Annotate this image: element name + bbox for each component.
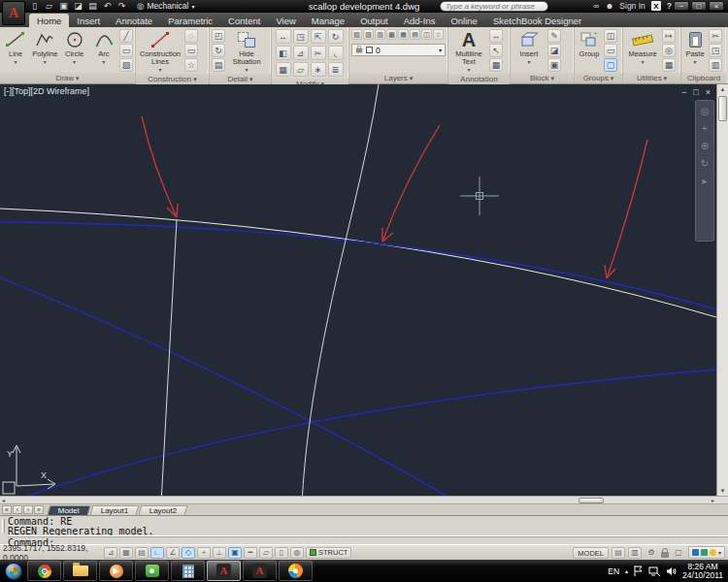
id-point-icon[interactable]: ◎: [662, 44, 676, 57]
drawing-canvas[interactable]: Y X: [0, 84, 716, 496]
panel-label-utilities[interactable]: Utilities: [623, 73, 680, 83]
group-bbox-icon[interactable]: ▢: [604, 58, 617, 72]
taskbar-media-player-button[interactable]: ▶: [99, 561, 133, 581]
prev-tab-icon[interactable]: ‹: [13, 505, 22, 514]
start-button[interactable]: [2, 562, 25, 581]
scroll-left-icon[interactable]: ◂: [2, 497, 5, 504]
autoscale-icon[interactable]: [701, 549, 708, 556]
panel-label-block[interactable]: Block: [511, 73, 574, 83]
tab-online[interactable]: Online: [443, 14, 484, 27]
white-line-vertical-right[interactable]: [302, 84, 379, 496]
layer-select[interactable]: 0 ▾: [351, 44, 446, 56]
blue-arc-lower-left[interactable]: [0, 277, 447, 496]
blue-arc-lower-right[interactable]: [29, 370, 716, 496]
tab-sketchbook-designer[interactable]: SketchBook Designer: [485, 14, 589, 27]
layer-isolate-icon[interactable]: ▥: [375, 29, 385, 40]
measure-button[interactable]: Measure: [625, 29, 660, 66]
draw-rect-mini-icon[interactable]: ▭: [119, 44, 133, 57]
vertical-scroll-thumb[interactable]: [718, 96, 727, 121]
tab-annotate[interactable]: Annotate: [108, 14, 160, 27]
block-edit-icon[interactable]: ✎: [547, 29, 561, 43]
match-properties-icon[interactable]: ▥: [709, 58, 722, 72]
blue-arc-upper[interactable]: [0, 222, 716, 309]
snap-mode-toggle[interactable]: ▦: [119, 547, 133, 559]
panel-label-layers[interactable]: Layers: [349, 73, 447, 83]
layer-match-icon[interactable]: ▤: [410, 29, 420, 40]
white-arc-main[interactable]: [0, 209, 716, 317]
viewport-controls-label[interactable]: [-][Top][2D Wireframe]: [4, 86, 89, 96]
group-edit-icon[interactable]: ▭: [604, 44, 617, 57]
construction-lines-button[interactable]: Construction Lines: [138, 29, 182, 74]
layer-off-icon[interactable]: ▨: [363, 29, 374, 40]
last-tab-icon[interactable]: »: [34, 505, 44, 514]
panel-label-annotation[interactable]: Annotation: [448, 74, 510, 84]
vertical-scrollbar[interactable]: ▴ ▾: [716, 84, 728, 496]
explode-icon[interactable]: ∗: [311, 62, 326, 77]
tab-home[interactable]: Home: [29, 14, 69, 27]
search-input[interactable]: [440, 1, 548, 12]
trim-icon[interactable]: ✂: [311, 46, 326, 60]
object-snap-toggle[interactable]: ◇: [182, 547, 195, 559]
insert-block-button[interactable]: Insert: [513, 29, 546, 66]
toolbar-lock-icon[interactable]: [661, 552, 669, 558]
workspace-gear-icon[interactable]: ⚙: [645, 547, 658, 559]
detail-update-icon[interactable]: ↻: [212, 44, 225, 57]
drawing-viewport[interactable]: Y X [-][Top][2D Wireframe] − □ × ◎+⊕↻▸ ▴…: [0, 84, 728, 496]
cut-icon[interactable]: ✂: [709, 29, 722, 43]
taskbar-autocad-2-button[interactable]: A: [243, 561, 277, 581]
lineweight-toggle[interactable]: ━: [244, 547, 257, 559]
dynamic-ucs-toggle[interactable]: ⊥: [213, 547, 226, 559]
construction-rect-icon[interactable]: ▭: [184, 44, 198, 57]
hidden-icons-chevron[interactable]: ▴: [625, 567, 628, 574]
layout-tab-icon[interactable]: ▥: [628, 547, 642, 559]
chevron-down-icon[interactable]: ▾: [718, 549, 721, 556]
selection-cycling-toggle[interactable]: ◍: [290, 547, 304, 559]
taskbar-messenger-button[interactable]: ☻: [135, 561, 169, 581]
polar-tracking-toggle[interactable]: ∠: [166, 547, 180, 559]
transparency-toggle[interactable]: ▱: [259, 547, 273, 559]
restore-button[interactable]: □: [691, 1, 707, 11]
layer-properties-icon[interactable]: ▧: [351, 29, 362, 40]
layer-state-icon[interactable]: ☆: [433, 29, 444, 40]
navigation-wheel-icon[interactable]: ◎: [701, 107, 710, 116]
orbit-icon[interactable]: ↻: [701, 159, 709, 169]
zoom-icon[interactable]: ⊕: [701, 142, 709, 151]
copy-clip-icon[interactable]: ◳: [709, 44, 722, 57]
next-tab-icon[interactable]: ›: [23, 505, 33, 514]
stretch-icon[interactable]: ⇱: [311, 29, 326, 44]
red-annotation-arrow-3[interactable]: [605, 140, 647, 278]
panel-label-draw[interactable]: Draw: [0, 73, 135, 83]
layer-lock-icon[interactable]: ▦: [398, 29, 409, 40]
line-button[interactable]: Line: [2, 29, 29, 66]
search-icon[interactable]: ∞: [593, 1, 599, 11]
block-write-icon[interactable]: ▣: [547, 58, 561, 72]
ungroup-icon[interactable]: ◫: [604, 29, 617, 43]
clock[interactable]: 8:26 AM 24/10/2011: [682, 563, 723, 580]
mirror-icon[interactable]: ◧: [276, 46, 291, 60]
panel-label-construction[interactable]: Construction: [136, 74, 209, 84]
layer-freeze-icon[interactable]: ▩: [386, 29, 397, 40]
action-center-flag-icon[interactable]: [634, 566, 643, 576]
tab-manage[interactable]: Manage: [304, 14, 352, 27]
offset-icon[interactable]: ≣: [328, 62, 344, 77]
show-motion-icon[interactable]: ▸: [702, 177, 707, 186]
red-annotation-arrow-2[interactable]: [382, 125, 440, 242]
dimension-icon[interactable]: ↔: [489, 29, 503, 43]
rotate-icon[interactable]: ↻: [328, 29, 344, 44]
network-icon[interactable]: [648, 566, 660, 576]
taskbar-calculator-button[interactable]: [171, 561, 205, 581]
grid-display-toggle[interactable]: ▤: [135, 547, 149, 559]
panel-label-detail[interactable]: Detail: [210, 74, 271, 84]
language-indicator[interactable]: EN: [608, 566, 619, 576]
construction-star-icon[interactable]: ☆: [184, 58, 198, 72]
infer-constraints-toggle[interactable]: ⊿: [104, 547, 117, 559]
detail-list-icon[interactable]: ▤: [212, 58, 225, 72]
performance-icon[interactable]: [692, 549, 699, 556]
exchange-apps-icon[interactable]: X: [651, 1, 661, 11]
panel-label-groups[interactable]: Groups: [575, 73, 622, 83]
struct-button[interactable]: STRUCT: [306, 547, 351, 559]
table-icon[interactable]: ▦: [489, 58, 503, 72]
help-icon[interactable]: ?: [667, 1, 672, 11]
drawing-close-button[interactable]: ×: [706, 87, 711, 97]
detail-scale-icon[interactable]: ◰: [212, 29, 225, 43]
